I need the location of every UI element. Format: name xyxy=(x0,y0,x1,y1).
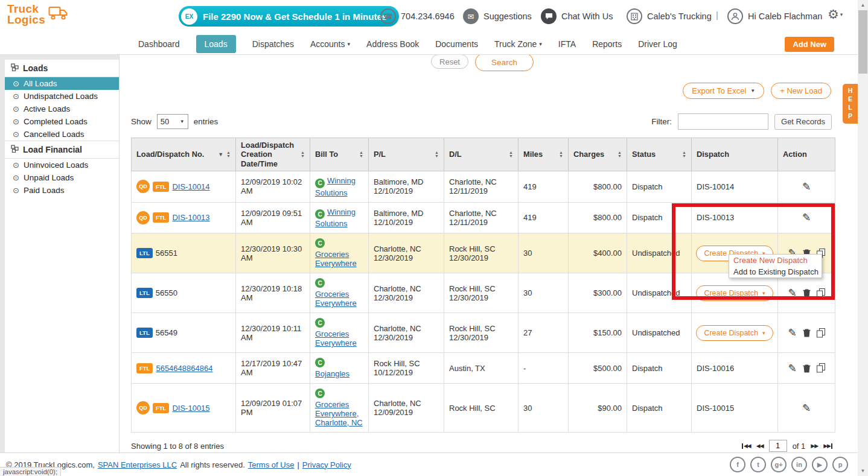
copy-icon[interactable] xyxy=(817,363,825,373)
trash-icon[interactable] xyxy=(803,288,811,297)
bill-to-link[interactable]: Groceries Everywhere, Charlotte, NC xyxy=(315,400,363,427)
terms-of-use-link[interactable]: Terms of Use xyxy=(248,460,295,469)
page-number-input[interactable] xyxy=(769,440,787,452)
bill-to-link[interactable]: Groceries Everywhere xyxy=(315,250,357,268)
facebook-icon[interactable]: f xyxy=(730,457,745,472)
customer-icon: C xyxy=(315,389,325,398)
sidebar-item-unpaid-loads[interactable]: ⊙Unpaid Loads xyxy=(5,171,119,184)
filter-dropdown-icon[interactable]: ▼ xyxy=(218,151,223,157)
copy-icon[interactable] xyxy=(817,288,825,298)
nav-item-documents[interactable]: Documents xyxy=(435,39,478,49)
help-tab[interactable]: HELP xyxy=(843,84,858,124)
span-enterprises-link[interactable]: SPAN Enterprises LLC xyxy=(98,460,177,469)
create-dispatch-button[interactable]: Create Dispatch▾ xyxy=(696,325,773,341)
get-records-button[interactable]: Get Records xyxy=(774,114,832,130)
sidebar-item-cancelled-loads[interactable]: ⊙Cancelled Loads xyxy=(5,128,119,141)
col-header-load-dispatch-creation-date-time[interactable]: Load/Dispatch Creation Date/Time▲▼ xyxy=(236,138,310,171)
sidebar-item-uninvoiced-loads[interactable]: ⊙Uninvoiced Loads xyxy=(5,159,119,171)
pencil-icon[interactable]: ✎ xyxy=(802,182,811,192)
menu-item-create-new-dispatch[interactable]: Create New Dispatch xyxy=(729,255,822,266)
pencil-icon[interactable]: ✎ xyxy=(802,403,811,413)
menu-item-add-to-existing-dispatch[interactable]: Add to Existing Dispatch xyxy=(729,266,822,278)
reset-button[interactable]: Reset xyxy=(431,54,468,69)
scroll-up-icon[interactable]: ▲ xyxy=(858,0,868,10)
sort-icon[interactable]: ▲▼ xyxy=(682,151,686,159)
twitter-icon[interactable]: t xyxy=(750,457,766,472)
pencil-icon[interactable]: ✎ xyxy=(802,212,811,223)
load-number-link[interactable]: DIS-10015 xyxy=(172,404,209,413)
file-2290-banner[interactable]: EX File 2290 Now & Get Schedule 1 in Min… xyxy=(179,6,399,27)
suggestions-link[interactable]: ✉ Suggestions xyxy=(463,8,532,24)
sort-icon[interactable]: ▲▼ xyxy=(301,151,305,159)
chat-with-us-link[interactable]: Chat With Us xyxy=(541,8,613,24)
nav-item-address-book[interactable]: Address Book xyxy=(366,39,419,49)
linkedin-icon[interactable]: in xyxy=(791,457,807,472)
nav-item-truck-zone[interactable]: Truck Zone▾ xyxy=(494,39,542,49)
col-header-p-l[interactable]: P/L▲▼ xyxy=(369,138,444,171)
nav-item-dashboard[interactable]: Dashboard xyxy=(138,39,180,49)
sort-icon[interactable]: ▲▼ xyxy=(435,151,439,159)
first-page-button[interactable]: ◀◀ xyxy=(742,443,751,449)
col-header-miles[interactable]: Miles▲▼ xyxy=(519,138,569,171)
add-new-button[interactable]: Add New xyxy=(785,37,834,52)
phone-contact[interactable]: ☎ 704.234.6946 xyxy=(380,8,455,24)
sort-icon[interactable]: ▲▼ xyxy=(617,151,622,159)
export-to-excel-button[interactable]: Export To Excel ▼ xyxy=(683,83,764,99)
filter-input[interactable] xyxy=(678,113,768,130)
sort-icon[interactable]: ▲▼ xyxy=(509,151,513,159)
create-dispatch-button[interactable]: Create Dispatch▾ xyxy=(696,285,773,301)
new-load-button[interactable]: + New Load xyxy=(771,83,831,99)
pinterest-icon[interactable]: p xyxy=(832,457,848,472)
previous-page-button[interactable]: ◀◀ xyxy=(756,443,764,449)
nav-item-dispatches[interactable]: Dispatches xyxy=(252,39,294,49)
nav-item-ifta[interactable]: IFTA xyxy=(558,39,576,49)
sort-icon[interactable]: ▲▼ xyxy=(359,151,363,159)
search-button[interactable]: Search xyxy=(475,53,534,71)
sidebar-item-completed-loads[interactable]: ⊙Completed Loads xyxy=(5,115,119,128)
load-number-link[interactable]: DIS-10013 xyxy=(172,213,209,222)
scroll-down-icon[interactable]: ▼ xyxy=(858,466,868,476)
col-header-status[interactable]: Status▲▼ xyxy=(627,138,692,171)
vertical-scrollbar[interactable]: ▲ ▼ xyxy=(858,0,868,476)
load-number-link[interactable]: 5654648864864 xyxy=(156,364,212,373)
column-label: Bill To xyxy=(315,150,338,159)
sidebar-item-undispatched-loads[interactable]: ⊙Undispatched Loads xyxy=(5,90,119,103)
nav-item-reports[interactable]: Reports xyxy=(592,39,622,49)
load-number-link[interactable]: DIS-10014 xyxy=(172,182,209,191)
logo-line2: Logics xyxy=(7,14,45,25)
company-menu[interactable]: Caleb's Trucking xyxy=(627,8,712,24)
trash-icon[interactable] xyxy=(803,328,811,337)
col-header-load-dispatch-no[interactable]: Load/Dispatch No.▼▲▼ xyxy=(132,138,236,171)
privacy-policy-link[interactable]: Privacy Policy xyxy=(302,460,351,469)
nav-item-loads[interactable]: Loads xyxy=(196,35,236,53)
bill-to-link[interactable]: Bojangles xyxy=(315,369,349,378)
trucklogics-logo[interactable]: Truck Logics xyxy=(7,4,69,25)
user-menu[interactable]: Hi Caleb Flachman xyxy=(727,8,822,24)
nav-item-accounts[interactable]: Accounts▾ xyxy=(310,39,350,49)
settings-menu[interactable]: ⚙ ▾ xyxy=(828,7,843,22)
next-page-button[interactable]: ▶▶ xyxy=(811,443,818,449)
pencil-icon[interactable]: ✎ xyxy=(788,363,796,373)
col-header-charges[interactable]: Charges▲▼ xyxy=(569,138,627,171)
sidebar-item-paid-loads[interactable]: ⊙Paid Loads xyxy=(5,184,119,197)
sidebar-item-label: Paid Loads xyxy=(24,186,65,195)
sidebar-item-active-loads[interactable]: ⊙Active Loads xyxy=(5,103,119,115)
sidebar-item-all-loads[interactable]: ⊙All Loads xyxy=(5,77,119,90)
youtube-icon[interactable]: ▶ xyxy=(812,457,828,472)
sort-icon[interactable]: ▲▼ xyxy=(226,151,231,159)
google-plus-icon[interactable]: g+ xyxy=(771,457,787,472)
bill-to-link[interactable]: Groceries Everywhere xyxy=(315,329,357,347)
nav-item-driver-log[interactable]: Driver Log xyxy=(638,39,677,49)
bill-to-link[interactable]: Groceries Everywhere xyxy=(315,290,357,308)
col-header-bill-to[interactable]: Bill To▲▼ xyxy=(310,138,369,171)
col-header-d-l[interactable]: D/L▲▼ xyxy=(444,138,519,171)
pencil-icon[interactable]: ✎ xyxy=(788,328,796,338)
page-size-select[interactable]: 50 ▼ xyxy=(157,114,188,129)
trash-icon[interactable] xyxy=(803,364,811,373)
sort-icon[interactable]: ▲▼ xyxy=(559,151,563,159)
customer-icon: C xyxy=(315,209,325,219)
copy-icon[interactable] xyxy=(817,328,825,338)
scrollbar-thumb[interactable] xyxy=(858,10,867,74)
last-page-button[interactable]: ▶▶ xyxy=(823,443,832,449)
pencil-icon[interactable]: ✎ xyxy=(788,288,796,298)
